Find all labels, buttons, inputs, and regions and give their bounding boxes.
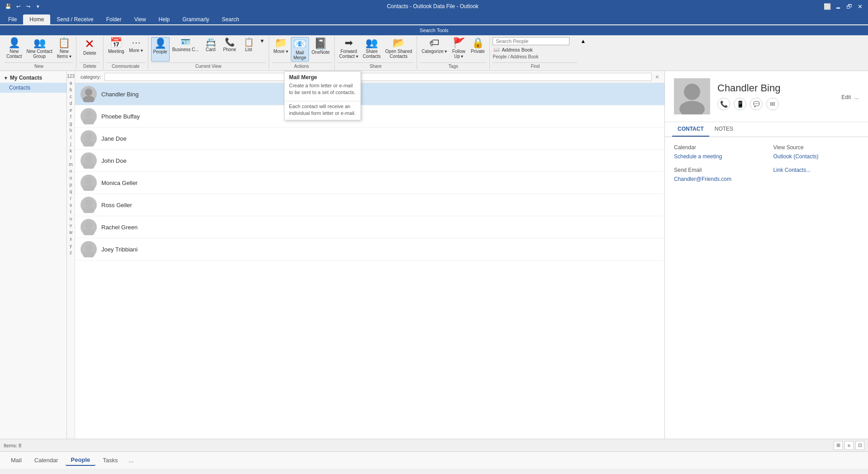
detail-chat-btn[interactable]: 💬: [750, 98, 763, 110]
nav-more[interactable]: ...: [125, 455, 137, 465]
detail-more-link[interactable]: ...: [854, 94, 859, 100]
save-quick-btn[interactable]: 💾: [4, 2, 13, 11]
follow-up-button[interactable]: 🚩 Follow Up ▾: [450, 37, 468, 62]
view-list-btn[interactable]: ≡: [844, 441, 854, 450]
card-view-button[interactable]: 📇 Card: [202, 37, 220, 62]
index-c[interactable]: c: [69, 93, 73, 100]
share-contacts-button[interactable]: 👥 Share Contacts: [361, 37, 382, 62]
contact-row-jane-doe[interactable]: Jane Doe: [75, 128, 664, 150]
index-d[interactable]: d: [69, 100, 73, 107]
detail-email-btn[interactable]: ✉: [766, 98, 779, 110]
onenote-button[interactable]: 📓 OneNote: [310, 37, 332, 62]
tab-file[interactable]: File: [2, 14, 23, 24]
nav-tasks[interactable]: Tasks: [97, 455, 123, 465]
index-x[interactable]: x: [69, 236, 73, 242]
index-k[interactable]: k: [69, 147, 73, 154]
search-people-input[interactable]: [493, 37, 569, 45]
index-u[interactable]: u: [69, 215, 73, 222]
tab-folder[interactable]: Folder: [100, 14, 128, 24]
contact-row-chandler-bing[interactable]: Chandler Bing: [75, 83, 664, 105]
index-t[interactable]: t: [69, 209, 72, 215]
contact-row-rachel-green[interactable]: Rachel Green: [75, 216, 664, 238]
index-r[interactable]: r: [69, 195, 72, 202]
detail-call-btn[interactable]: 📞: [717, 98, 730, 110]
contact-row-ross-geller[interactable]: Ross Geller: [75, 194, 664, 216]
index-l[interactable]: l: [69, 154, 72, 161]
open-shared-contacts-button[interactable]: 📂 Open Shared Contacts: [384, 37, 414, 62]
index-z[interactable]: z: [69, 249, 73, 256]
link-contacts-link[interactable]: Link Contacts...: [773, 167, 859, 173]
restore-btn[interactable]: 🗗: [844, 2, 854, 11]
schedule-meeting-link[interactable]: Schedule a meeting: [674, 153, 760, 160]
index-j[interactable]: j: [69, 141, 72, 147]
meeting-button[interactable]: 📅 Meeting: [106, 37, 126, 62]
address-book-link[interactable]: 📖 Address Book: [493, 46, 578, 53]
detail-edit-link[interactable]: Edit: [841, 94, 851, 100]
detail-tab-notes[interactable]: NOTES: [709, 122, 739, 137]
view-more-button[interactable]: ▾: [259, 37, 266, 62]
index-m[interactable]: m: [68, 161, 73, 168]
contact-row-monica-geller[interactable]: Monica Geller: [75, 172, 664, 194]
search-close-btn[interactable]: ×: [654, 73, 661, 81]
tab-search[interactable]: Search: [216, 14, 246, 24]
index-i[interactable]: i: [69, 134, 72, 141]
more-quick-btn[interactable]: ▾: [33, 2, 43, 11]
index-b[interactable]: b: [69, 86, 73, 93]
index-a[interactable]: a: [69, 80, 73, 86]
close-btn[interactable]: ✕: [855, 2, 864, 11]
index-p[interactable]: p: [69, 181, 73, 188]
list-view-button[interactable]: 📋 List: [240, 37, 258, 62]
index-n[interactable]: n: [69, 168, 73, 175]
index-y[interactable]: y: [69, 242, 73, 249]
contact-search-input[interactable]: [104, 73, 652, 81]
new-items-button[interactable]: 📋 New Items ▾: [55, 37, 73, 62]
index-v[interactable]: v: [69, 222, 73, 229]
sidebar-section-my-contacts[interactable]: ▼ My Contacts: [0, 73, 66, 83]
contact-row-john-doe[interactable]: John Doe: [75, 150, 664, 172]
tab-grammarly[interactable]: Grammarly: [176, 14, 215, 24]
delete-button[interactable]: ✕ Delete: [81, 37, 99, 62]
ribbon-toggle-btn[interactable]: ⬜: [823, 2, 832, 11]
contact-row-joey-tribbiani[interactable]: Joey Tribbiani: [75, 238, 664, 261]
index-s[interactable]: s: [69, 202, 73, 209]
new-contact-group-button[interactable]: 👥 New Contact Group: [24, 37, 54, 62]
index-o[interactable]: o: [69, 175, 73, 181]
minimize-btn[interactable]: 🗕: [834, 2, 843, 11]
nav-people[interactable]: People: [66, 455, 96, 466]
index-h[interactable]: h: [69, 127, 73, 134]
redo-quick-btn[interactable]: ↪: [24, 2, 33, 11]
view-large-btn[interactable]: ⊡: [855, 441, 864, 450]
private-button[interactable]: 🔒 Private: [469, 37, 487, 62]
undo-quick-btn[interactable]: ↩: [14, 2, 23, 11]
index-g[interactable]: g: [69, 120, 73, 127]
more-button[interactable]: ⋯ More ▾: [127, 37, 145, 62]
view-grid-btn[interactable]: ⊞: [834, 441, 843, 450]
tab-view[interactable]: View: [128, 14, 152, 24]
index-q[interactable]: q: [69, 188, 73, 195]
tooltip-separator: [285, 101, 360, 101]
tab-send-receive[interactable]: Send / Receive: [50, 14, 100, 24]
mail-merge-button[interactable]: 📧 Mail Merge: [291, 37, 309, 62]
index-w[interactable]: w: [68, 229, 73, 236]
view-source-link[interactable]: Outlook (Contacts): [773, 153, 859, 160]
index-123[interactable]: 123: [66, 73, 76, 80]
people-view-button[interactable]: 👤 People: [151, 37, 170, 62]
phone-view-button[interactable]: 📞 Phone: [221, 37, 239, 62]
nav-calendar[interactable]: Calendar: [29, 455, 64, 465]
ribbon-collapse-button[interactable]: ▲: [580, 36, 588, 70]
detail-mobile-btn[interactable]: 📱: [734, 98, 746, 110]
business-card-view-button[interactable]: 🪪 Business C...: [171, 37, 201, 62]
index-e[interactable]: e: [69, 107, 73, 114]
new-contact-button[interactable]: 👤 New Contact: [5, 37, 24, 62]
tab-help[interactable]: Help: [152, 14, 176, 24]
tab-home[interactable]: Home: [23, 14, 50, 24]
detail-tab-contact[interactable]: CONTACT: [672, 122, 709, 137]
contact-row-phoebe-buffay[interactable]: Phoebe Buffay: [75, 105, 664, 128]
forward-contact-button[interactable]: ➡ Forward Contact ▾: [337, 37, 360, 62]
sidebar-item-contacts[interactable]: Contacts: [0, 83, 66, 93]
index-f[interactable]: f: [69, 114, 72, 120]
categorize-button[interactable]: 🏷 Categorize ▾: [420, 37, 449, 62]
send-email-link[interactable]: Chandler@Friends.com: [674, 176, 760, 182]
move-button[interactable]: 📁 Move ▾: [272, 37, 290, 62]
nav-mail[interactable]: Mail: [5, 455, 27, 465]
